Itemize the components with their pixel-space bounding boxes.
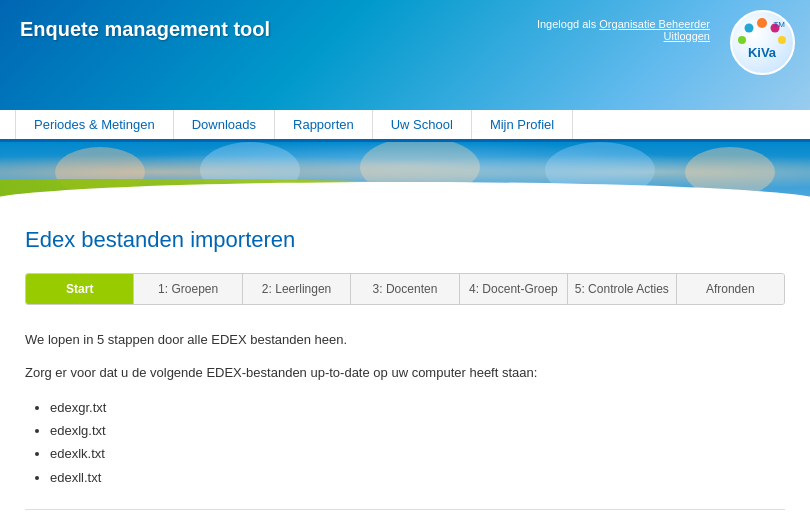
- nav-item-downloads[interactable]: Downloads: [174, 110, 275, 139]
- nav-item-rapporten[interactable]: Rapporten: [275, 110, 373, 139]
- svg-point-0: [757, 18, 767, 28]
- content-separator: [25, 509, 785, 510]
- nav-item-uwschool[interactable]: Uw School: [373, 110, 472, 139]
- photo-strip: [0, 142, 810, 202]
- app-title: Enquete management tool: [20, 18, 270, 41]
- list-item: edexll.txt: [50, 466, 785, 489]
- step-tab-leerlingen[interactable]: 2: Leerlingen: [243, 274, 351, 304]
- user-link[interactable]: Organisatie Beheerder: [599, 18, 710, 30]
- ingelogd-label: Ingelogd als: [537, 18, 596, 30]
- nav-item-mijnprofiel[interactable]: Mijn Profiel: [472, 110, 573, 139]
- svg-point-3: [778, 36, 786, 44]
- file-list: edexgr.txt edexlg.txt edexlk.txt edexll.…: [50, 396, 785, 490]
- step-tab-afronden[interactable]: Afronden: [677, 274, 784, 304]
- steps-bar: Start 1: Groepen 2: Leerlingen 3: Docent…: [25, 273, 785, 305]
- svg-point-2: [745, 24, 754, 33]
- header: Enquete management tool Ingelogd als Org…: [0, 0, 810, 110]
- step-tab-groepen[interactable]: 1: Groepen: [134, 274, 242, 304]
- page-title: Edex bestanden importeren: [25, 227, 785, 253]
- list-item: edexlk.txt: [50, 442, 785, 465]
- list-item: edexgr.txt: [50, 396, 785, 419]
- intro-line-2: Zorg er voor dat u de volgende EDEX-best…: [25, 363, 785, 384]
- kiva-logo: TM KiVa: [730, 10, 795, 75]
- step-tab-start[interactable]: Start: [26, 274, 134, 304]
- step-tab-docent-groep[interactable]: 4: Docent-Groep: [460, 274, 568, 304]
- list-item: edexlg.txt: [50, 419, 785, 442]
- svg-point-4: [738, 36, 746, 44]
- main-content: Edex bestanden importeren Start 1: Groep…: [0, 202, 810, 519]
- nav-bar: Periodes & Metingen Downloads Rapporten …: [0, 110, 810, 142]
- svg-text:KiVa: KiVa: [748, 45, 777, 60]
- intro-line-1: We lopen in 5 stappen door alle EDEX bes…: [25, 330, 785, 351]
- logout-link[interactable]: Uitloggen: [664, 30, 710, 42]
- user-info: Ingelogd als Organisatie Beheerder Uitlo…: [537, 18, 710, 42]
- step-tab-controle-acties[interactable]: 5: Controle Acties: [568, 274, 676, 304]
- step-tab-docenten[interactable]: 3: Docenten: [351, 274, 459, 304]
- logo-tm: TM: [773, 20, 785, 29]
- nav-item-periodes[interactable]: Periodes & Metingen: [15, 110, 174, 139]
